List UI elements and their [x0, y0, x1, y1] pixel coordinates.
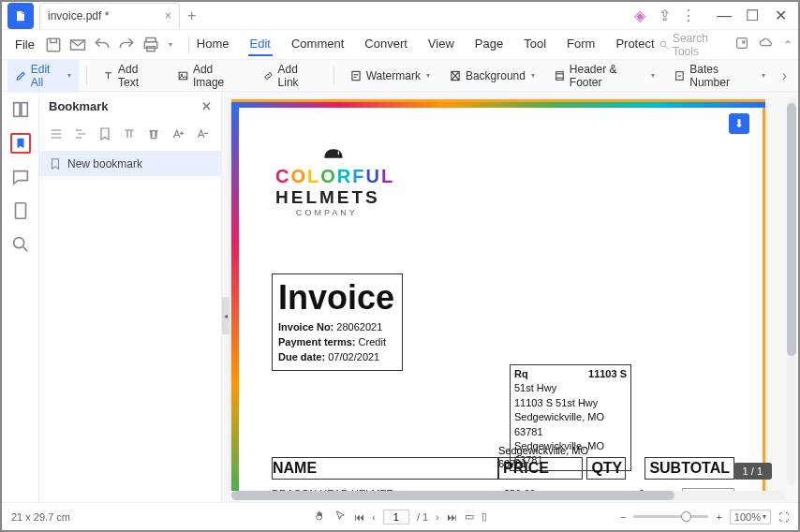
page-number-input[interactable] [383, 510, 409, 525]
rename-bookmark-icon[interactable] [122, 126, 137, 145]
search-tools[interactable]: Search Tools [659, 32, 725, 58]
comments-icon[interactable] [10, 167, 31, 187]
next-page-icon[interactable]: › [436, 511, 439, 523]
zoom-level[interactable]: 100%▾ [730, 510, 771, 525]
first-page-icon[interactable]: ⏮ [354, 511, 364, 523]
redo-icon[interactable] [117, 36, 136, 54]
attachments-icon[interactable] [10, 200, 31, 221]
close-panel-icon[interactable]: ✕ [201, 99, 212, 113]
search-placeholder: Search Tools [673, 32, 725, 58]
watermark-button[interactable]: Watermark▾ [342, 66, 437, 86]
prev-page-icon[interactable]: ‹ [372, 511, 376, 523]
kebab-menu-icon[interactable]: ⋮ [680, 7, 697, 24]
increase-font-icon[interactable] [170, 126, 185, 145]
save-icon[interactable] [44, 36, 63, 54]
collapse-panel-handle[interactable]: ◂ [222, 297, 230, 334]
hand-tool-icon[interactable] [313, 510, 326, 525]
edit-all-button[interactable]: Edit All▾ [7, 59, 79, 93]
edit-toolbar: Edit All▾ Add Text Add Image Add Link Wa… [2, 60, 798, 92]
menu-form[interactable]: Form [565, 33, 597, 56]
menu-convert[interactable]: Convert [363, 33, 409, 56]
toolbar-scroll-right-icon[interactable]: › [777, 67, 793, 84]
outline-icon[interactable] [73, 126, 88, 145]
tab-title: invoice.pdf * [48, 9, 109, 22]
menu-view[interactable]: View [426, 33, 456, 56]
document-tab[interactable]: invoice.pdf * × [39, 3, 180, 29]
header-footer-button[interactable]: Header & Footer▾ [546, 59, 662, 93]
premium-icon[interactable]: ◈ [631, 7, 648, 24]
left-sidebar [2, 92, 39, 502]
svg-rect-11 [556, 71, 564, 80]
logo-helmets-text: HELMETS [275, 187, 763, 208]
page-nav: ⏮ ‹ / 1 › ⏭ ▭ ▯ [313, 510, 487, 525]
bates-number-button[interactable]: Bates Number▾ [666, 59, 772, 93]
app-icon[interactable] [7, 3, 34, 29]
bookmark-panel-title: Bookmark [49, 99, 109, 113]
background-button[interactable]: Background▾ [441, 66, 542, 86]
page-total: / 1 [417, 511, 428, 523]
add-text-button[interactable]: Add Text [95, 59, 166, 93]
share-icon[interactable]: ⇪ [656, 7, 673, 24]
pdf-page[interactable]: ⬇ COLORFUL HELMETS COMPANY Invoice Invoi… [231, 99, 765, 491]
menubar: File ▾ Home Edit Comment Convert View Pa… [2, 30, 798, 60]
undo-icon[interactable] [93, 36, 111, 54]
logo-colorful-text: COLORFUL [275, 166, 763, 187]
decrease-font-icon[interactable] [195, 126, 210, 145]
svg-rect-13 [13, 103, 19, 117]
menu-home[interactable]: Home [195, 33, 231, 56]
svg-rect-15 [15, 203, 25, 219]
zoom-out-icon[interactable]: − [620, 511, 626, 523]
bookmark-tab-icon[interactable] [10, 133, 31, 154]
cloud-icon[interactable] [759, 36, 774, 53]
company-logo: COLORFUL HELMETS COMPANY [234, 102, 763, 217]
print-dropdown-icon[interactable]: ▾ [166, 36, 175, 54]
bookmark-item[interactable]: New bookmark [39, 152, 221, 176]
mail-icon[interactable] [68, 36, 87, 54]
invoice-title: Invoice [278, 278, 396, 318]
menu-edit[interactable]: Edit [248, 33, 273, 56]
search-panel-icon[interactable] [10, 234, 31, 255]
menu-protect[interactable]: Protect [614, 33, 656, 56]
horizontal-scrollbar[interactable] [231, 491, 785, 500]
menu-items: Home Edit Comment Convert View Page Tool… [195, 33, 657, 56]
th-qty: QTY [586, 457, 626, 480]
collapse-ribbon-icon[interactable]: ⌃ [783, 38, 793, 52]
last-page-icon[interactable]: ⏭ [447, 511, 457, 523]
export-icon[interactable] [734, 36, 749, 53]
zoom-slider[interactable] [633, 515, 708, 518]
bookmark-panel: Bookmark ✕ New bookmark [39, 92, 222, 502]
titlebar: invoice.pdf * × + ◈ ⇪ ⋮ — ☐ ✕ [2, 2, 798, 30]
select-tool-icon[interactable] [333, 510, 347, 525]
vertical-scrollbar[interactable] [787, 97, 796, 485]
menu-comment[interactable]: Comment [289, 33, 346, 56]
fit-page-icon[interactable]: ⛶ [778, 511, 789, 523]
svg-rect-0 [47, 38, 59, 51]
page-size-label: 21 x 29.7 cm [11, 511, 70, 523]
svg-point-16 [13, 238, 23, 248]
maximize-button[interactable]: ☐ [738, 2, 766, 30]
close-window-button[interactable]: ✕ [766, 2, 794, 30]
single-page-icon[interactable]: ▭ [465, 510, 474, 523]
download-badge-icon[interactable]: ⬇ [729, 113, 749, 134]
svg-rect-14 [21, 103, 26, 117]
thumbnails-icon[interactable] [10, 99, 31, 120]
document-area: ◂ ⬇ COLORFUL HELMETS COMPANY Invoice Inv… [222, 92, 798, 502]
svg-rect-9 [352, 71, 360, 80]
close-tab-icon[interactable]: × [165, 9, 171, 22]
menu-page[interactable]: Page [473, 33, 505, 56]
statusbar: 21 x 29.7 cm ⏮ ‹ / 1 › ⏭ ▭ ▯ − + 100%▾ ⛶ [2, 502, 798, 530]
add-tab-button[interactable]: + [180, 7, 203, 24]
minimize-button[interactable]: — [710, 2, 738, 30]
page-indicator-badge: 1 / 1 [733, 463, 772, 480]
list-icon[interactable] [49, 126, 64, 145]
menu-tool[interactable]: Tool [522, 33, 548, 56]
add-bookmark-icon[interactable] [97, 126, 112, 145]
zoom-in-icon[interactable]: + [716, 511, 721, 523]
document-scroll[interactable]: ⬇ COLORFUL HELMETS COMPANY Invoice Invoi… [222, 92, 798, 491]
continuous-page-icon[interactable]: ▯ [481, 510, 487, 523]
add-link-button[interactable]: Add Link [255, 59, 326, 93]
file-menu[interactable]: File [7, 37, 42, 52]
print-icon[interactable] [141, 36, 160, 54]
add-image-button[interactable]: Add Image [170, 59, 251, 93]
delete-bookmark-icon[interactable] [146, 126, 161, 145]
